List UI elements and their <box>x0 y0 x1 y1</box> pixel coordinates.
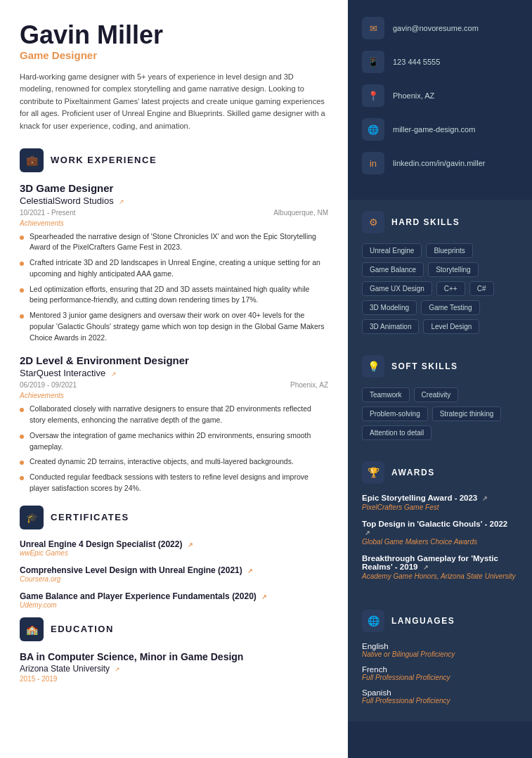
edu-years: 2015 - 2019 <box>20 675 328 683</box>
certificates-icon: 🎓 <box>20 506 44 529</box>
edu-school: Arizona State University ↗ <box>20 664 328 674</box>
skill-tag: C++ <box>436 281 465 296</box>
contact-location: 📍 Phoenix, AZ <box>362 84 518 107</box>
external-link-icon[interactable]: ↗ <box>188 541 195 548</box>
external-link-icon[interactable]: ↗ <box>247 567 254 574</box>
languages-section: 🌐 LANGUAGES English Native or Bilingual … <box>348 598 532 721</box>
lang-name-2: French <box>362 665 518 674</box>
job-title-2: 2D Level & Environment Designer <box>20 354 328 366</box>
education-header: 🏫 EDUCATION <box>20 617 328 641</box>
location-icon: 📍 <box>362 84 384 107</box>
bullet-item: Crafted intricate 3D and 2D landscapes i… <box>20 257 328 280</box>
right-column: ✉ gavin@novoresume.com 📱 123 444 5555 📍 … <box>348 0 532 758</box>
company-1: CelestialSword Studios ↗ <box>20 195 328 206</box>
lang-level-1: Native or Bilingual Proficiency <box>362 650 518 658</box>
external-link-icon[interactable]: ↗ <box>365 529 372 537</box>
website-value: miller-game-design.com <box>393 125 475 134</box>
hard-skills-section: ⚙ HARD SKILLS Unreal Engine Blueprints G… <box>348 200 532 344</box>
job-item: 2D Level & Environment Designer StarQues… <box>20 354 328 494</box>
certificates-title: CERTIFICATES <box>51 512 129 522</box>
certificates-list: Unreal Engine 4 Design Specialist (2022)… <box>20 539 328 609</box>
skill-tag: Unreal Engine <box>362 243 422 258</box>
job-bullets-2: Collaborated closely with narrative desi… <box>20 404 328 494</box>
lang-item-1: English Native or Bilingual Proficiency <box>362 642 518 658</box>
external-link-icon[interactable]: ↗ <box>261 593 268 600</box>
award-org-3: Academy Game Honors, Arizona State Unive… <box>362 572 518 580</box>
skill-tag: Creativity <box>414 387 459 402</box>
achievements-label-2: Achievements <box>20 392 328 399</box>
bullet-item: Mentored 3 junior game designers and ove… <box>20 310 328 343</box>
hard-skills-icon: ⚙ <box>362 211 384 233</box>
skill-tag: Attention to detail <box>362 425 432 440</box>
skill-tag: Strategic thinking <box>432 406 502 421</box>
soft-skills-tags: Teamwork Creativity Problem-solving Stra… <box>362 387 518 440</box>
date-location-1: 10/2021 - Present Albuquerque, NM <box>20 209 328 217</box>
cert-title-1: Unreal Engine 4 Design Specialist (2022)… <box>20 539 328 549</box>
skill-tag: Game Balance <box>362 262 424 277</box>
education-item: BA in Computer Science, Minor in Game De… <box>20 651 328 683</box>
external-link-icon[interactable]: ↗ <box>423 564 430 571</box>
award-item-2: Top Design in 'Galactic Ghouls' - 2022 ↗… <box>362 520 518 546</box>
cert-org-1: wwEpic Games <box>20 549 328 557</box>
bullet-item: Oversaw the integration of game mechanic… <box>20 430 328 453</box>
header-section: Gavin Miller Game Designer Hard-working … <box>20 21 328 133</box>
award-org-1: PixelCrafters Game Fest <box>362 503 518 511</box>
hard-skills-title: HARD SKILLS <box>391 217 460 227</box>
awards-list: Epic Storytelling Award - 2023 ↗ PixelCr… <box>362 494 518 580</box>
cert-item-2: Comprehensive Level Design with Unreal E… <box>20 565 328 583</box>
contact-website: 🌐 miller-game-design.com <box>362 118 518 141</box>
education-title: EDUCATION <box>51 624 114 634</box>
award-title-2: Top Design in 'Galactic Ghouls' - 2022 ↗ <box>362 520 518 537</box>
lang-name-1: English <box>362 642 518 650</box>
external-link-icon[interactable]: ↗ <box>115 666 122 673</box>
bullet-item: Led optimization efforts, ensuring that … <box>20 284 328 307</box>
skill-tag: Problem-solving <box>362 406 428 421</box>
award-item-3: Breakthrough Gameplay for 'Mystic Realms… <box>362 554 518 580</box>
work-experience-title: WORK EXPERIENCE <box>51 155 157 165</box>
external-link-icon-1[interactable]: ↗ <box>119 198 126 205</box>
skill-tag: Level Design <box>423 319 479 334</box>
awards-icon: 🏆 <box>362 461 384 484</box>
candidate-name: Gavin Miller <box>20 21 328 49</box>
lang-level-2: Full Professional Proficiency <box>362 674 518 681</box>
skill-tag: Game UX Design <box>362 281 432 296</box>
awards-title: AWARDS <box>391 468 435 477</box>
company-2: StarQuest Interactive ↗ <box>20 368 328 378</box>
lang-level-3: Full Professional Proficiency <box>362 697 518 705</box>
hard-skills-header: ⚙ HARD SKILLS <box>362 211 518 233</box>
work-experience-header: 💼 WORK EXPERIENCE <box>20 148 328 172</box>
soft-skills-header: 💡 SOFT SKILLS <box>362 355 518 378</box>
phone-icon: 📱 <box>362 51 384 73</box>
contact-linkedin: in linkedin.com/in/gavin.miller <box>362 152 518 174</box>
linkedin-icon: in <box>362 152 384 174</box>
linkedin-value: linkedin.com/in/gavin.miller <box>393 159 485 167</box>
certificates-header: 🎓 CERTIFICATES <box>20 506 328 529</box>
email-value: gavin@novoresume.com <box>393 24 479 32</box>
bullet-item: Conducted regular feedback sessions with… <box>20 472 328 494</box>
skill-tag: Teamwork <box>362 387 410 402</box>
awards-section: 🏆 AWARDS Epic Storytelling Award - 2023 … <box>348 450 532 598</box>
soft-skills-icon: 💡 <box>362 355 384 378</box>
phone-value: 123 444 5555 <box>393 58 440 66</box>
languages-header: 🌐 LANGUAGES <box>362 610 518 632</box>
languages-icon: 🌐 <box>362 610 384 632</box>
cert-item-1: Unreal Engine 4 Design Specialist (2022)… <box>20 539 328 557</box>
skill-tag: C# <box>469 281 494 296</box>
external-link-icon-2[interactable]: ↗ <box>111 371 118 378</box>
skill-tag: Game Testing <box>421 300 480 315</box>
contact-section: ✉ gavin@novoresume.com 📱 123 444 5555 📍 … <box>348 0 532 200</box>
education-icon: 🏫 <box>20 617 44 641</box>
job-title-1: 3D Game Designer <box>20 182 328 194</box>
award-org-2: Global Game Makers Choice Awards <box>362 538 518 546</box>
edu-degree: BA in Computer Science, Minor in Game De… <box>20 651 328 662</box>
cert-org-3: Udemy.com <box>20 601 328 609</box>
external-link-icon[interactable]: ↗ <box>482 495 489 502</box>
languages-title: LANGUAGES <box>391 616 455 626</box>
skill-tag: Blueprints <box>426 243 472 258</box>
award-title-3: Breakthrough Gameplay for 'Mystic Realms… <box>362 554 518 571</box>
email-icon: ✉ <box>362 17 384 39</box>
date-location-2: 06/2019 - 09/2021 Phoenix, AZ <box>20 381 328 389</box>
lang-item-3: Spanish Full Professional Proficiency <box>362 688 518 705</box>
soft-skills-title: SOFT SKILLS <box>391 361 458 371</box>
bullet-item: Spearheaded the narrative design of 'Sto… <box>20 231 328 254</box>
